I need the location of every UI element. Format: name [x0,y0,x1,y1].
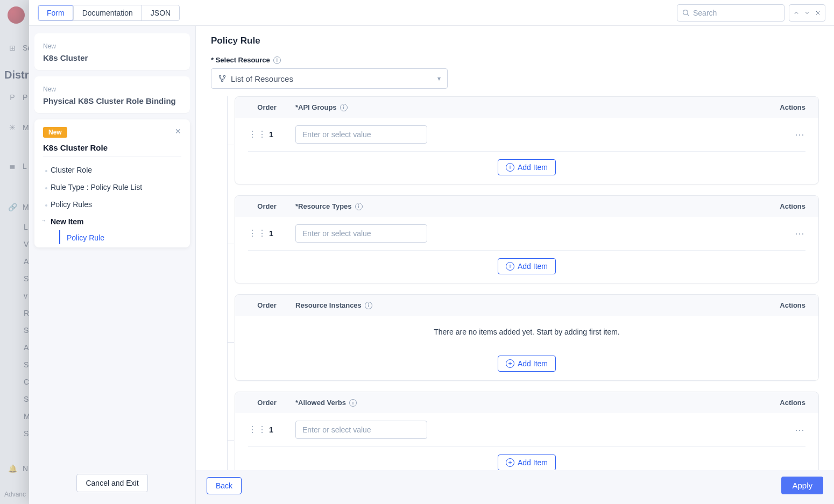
empty-state-text: There are no items added yet. Start by a… [235,316,818,348]
table-row: ⋮⋮ 1 ⋯ [235,413,818,446]
select-resource-dropdown[interactable]: List of Resources ▾ [211,68,448,89]
tree-item-new-item[interactable]: New Item [43,213,181,230]
select-resource-value: List of Resources [231,74,293,83]
tree-item-rule-type[interactable]: Rule Type : Policy Rule List [43,179,181,196]
close-icon[interactable]: ✕ [175,127,181,136]
breadcrumb-card-k8s-cluster[interactable]: New K8s Cluster [34,33,190,70]
search-icon [682,9,690,17]
search-close-icon[interactable] [813,8,823,18]
allowed-verb-input[interactable] [295,421,427,439]
col-actions: Actions [762,202,805,210]
order-number: 1 [257,425,286,434]
info-icon[interactable]: i [273,56,281,64]
breadcrumb-card-physical-binding[interactable]: New Physical K8S Cluster Role Binding [34,76,190,113]
order-number: 1 [257,229,286,238]
svg-point-0 [683,10,688,15]
main-footer: Back Apply [196,470,834,504]
main-panel: Policy Rule * Select Resource i List of … [196,26,834,504]
col-order: Order [248,301,286,309]
col-api-groups: *API Groups [295,103,337,111]
search-input[interactable]: Search [677,4,784,22]
col-order: Order [248,202,286,210]
resource-types-block: Order *Resource Typesi Actions ⋮⋮ 1 ⋯ [235,195,819,283]
page-title: Policy Rule [211,36,819,46]
view-tabset: Form Documentation JSON [38,5,180,21]
tab-documentation[interactable]: Documentation [74,5,142,20]
info-icon[interactable]: i [355,203,363,210]
table-row: ⋮⋮ 1 ⋯ [235,217,818,250]
add-item-button[interactable]: +Add Item [498,159,556,175]
breadcrumb-card-k8s-cluster-role: New ✕ K8s Cluster Role Cluster Role Rule… [34,119,190,247]
search-placeholder: Search [693,9,717,17]
col-actions: Actions [762,399,805,407]
select-resource-label: * Select Resource i [211,56,819,64]
branch-icon [218,74,227,83]
add-item-button[interactable]: +Add Item [498,356,556,372]
col-resource-types: *Resource Types [295,202,352,210]
info-icon[interactable]: i [365,302,372,309]
search-nav-buttons [789,4,825,22]
col-actions: Actions [762,301,805,309]
card-title: Physical K8S Cluster Role Binding [43,96,181,105]
drag-handle-icon[interactable]: ⋮⋮ [248,229,257,238]
search-next-icon[interactable] [802,8,812,18]
api-group-input[interactable] [295,125,427,144]
drag-handle-icon[interactable]: ⋮⋮ [248,425,257,434]
add-item-button[interactable]: +Add Item [498,455,556,470]
svg-point-6 [221,80,223,81]
plus-icon: + [506,262,514,271]
api-groups-block: Order *API Groupsi Actions ⋮⋮ 1 ⋯ +A [235,96,819,184]
new-pill: New [43,86,56,93]
col-allowed-verbs: *Allowed Verbs [295,399,346,407]
order-number: 1 [257,130,286,139]
table-row: ⋮⋮ 1 ⋯ [235,118,818,151]
resource-type-input[interactable] [295,224,427,243]
plus-icon: + [506,359,514,368]
col-order: Order [248,103,286,111]
topbar: Form Documentation JSON Search [29,0,834,26]
apply-button[interactable]: Apply [781,477,823,494]
col-order: Order [248,399,286,407]
resource-instances-block: Order Resource Instancesi Actions There … [235,294,819,381]
drag-handle-icon[interactable]: ⋮⋮ [248,130,257,139]
card-title: K8s Cluster [43,53,181,62]
new-badge: New [43,127,67,138]
card-title: K8s Cluster Role [43,143,181,152]
info-icon[interactable]: i [340,104,348,111]
back-button[interactable]: Back [207,477,242,494]
info-icon[interactable]: i [349,399,357,407]
svg-point-4 [219,75,221,77]
col-actions: Actions [762,103,805,111]
svg-point-5 [223,75,225,77]
col-resource-instances: Resource Instances [295,301,362,309]
left-panel: New K8s Cluster New Physical K8S Cluster… [29,26,196,504]
row-actions-menu-icon[interactable]: ⋯ [795,228,805,239]
nav-tree: Cluster Role Rule Type : Policy Rule Lis… [43,157,181,244]
plus-icon: + [506,163,514,172]
search-prev-icon[interactable] [791,8,801,18]
tab-json[interactable]: JSON [142,5,179,20]
editor-modal: Form Documentation JSON Search New K8s C [29,0,834,504]
tree-item-policy-rules[interactable]: Policy Rules [43,196,181,213]
row-actions-menu-icon[interactable]: ⋯ [795,129,805,140]
tree-item-cluster-role[interactable]: Cluster Role [43,161,181,179]
add-item-button[interactable]: +Add Item [498,258,556,274]
plus-icon: + [506,458,514,467]
chevron-down-icon: ▾ [437,75,441,82]
tab-form[interactable]: Form [38,5,74,20]
row-actions-menu-icon[interactable]: ⋯ [795,424,805,436]
tree-subitem-policy-rule[interactable]: Policy Rule [59,230,181,244]
cancel-and-exit-button[interactable]: Cancel and Exit [76,474,147,492]
new-pill: New [43,42,56,50]
svg-line-1 [687,14,689,16]
allowed-verbs-block: Order *Allowed Verbsi Actions ⋮⋮ 1 ⋯ [235,392,819,470]
